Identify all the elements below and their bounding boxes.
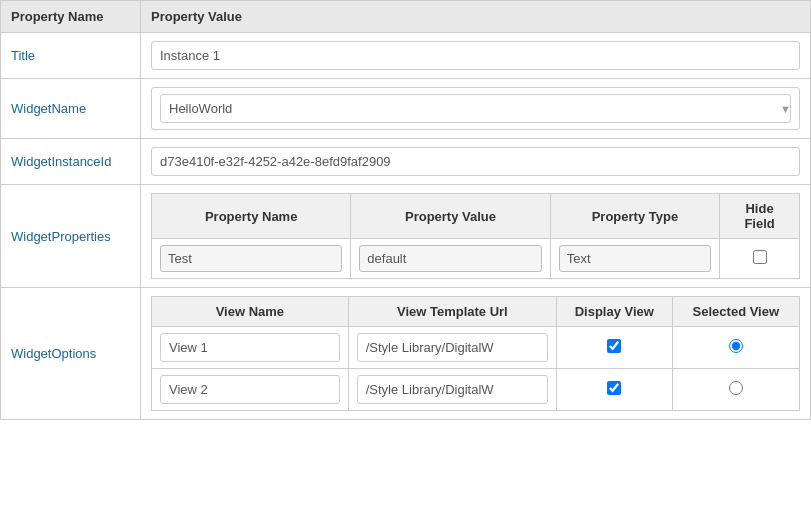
- prop-value-input-1[interactable]: [359, 245, 541, 272]
- view-url-input-2[interactable]: [357, 375, 548, 404]
- inner-header-prop-value: Property Value: [351, 194, 550, 239]
- view-name-input-1[interactable]: [160, 333, 340, 362]
- header-property-value: Property Value: [141, 1, 811, 33]
- title-label: Title: [1, 33, 141, 79]
- title-input[interactable]: [151, 41, 800, 70]
- view-url-input-1[interactable]: [357, 333, 548, 362]
- display-view-checkbox-2[interactable]: [607, 381, 621, 395]
- prop-name-cell-1: [152, 239, 351, 279]
- widget-properties-item-row: [152, 239, 800, 279]
- widget-name-label: WidgetName: [1, 79, 141, 139]
- options-header-selected-view: Selected View: [672, 297, 799, 327]
- display-view-cell-2: [556, 369, 672, 411]
- widget-options-label: WidgetOptions: [1, 288, 141, 420]
- widget-options-value-cell: View Name View Template Url Display View…: [141, 288, 811, 420]
- options-header-view-url: View Template Url: [348, 297, 556, 327]
- widget-instance-id-label: WidgetInstanceId: [1, 139, 141, 185]
- inner-header-prop-name: Property Name: [152, 194, 351, 239]
- hide-field-cell-1: [720, 239, 800, 279]
- widget-properties-row: WidgetProperties Property Name Property …: [1, 185, 811, 288]
- header-property-name: Property Name: [1, 1, 141, 33]
- options-header-display-view: Display View: [556, 297, 672, 327]
- view-url-cell-1: [348, 327, 556, 369]
- selected-view-radio-1[interactable]: [729, 339, 743, 353]
- widget-properties-table: Property Name Property Value Property Ty…: [151, 193, 800, 279]
- widget-name-row: WidgetName HelloWorld ▼: [1, 79, 811, 139]
- prop-type-input-1[interactable]: [559, 245, 711, 272]
- view-url-cell-2: [348, 369, 556, 411]
- options-item-row-2: [152, 369, 800, 411]
- widget-instance-id-value-cell: [141, 139, 811, 185]
- inner-header-prop-type: Property Type: [550, 194, 719, 239]
- widget-properties-value-cell: Property Name Property Value Property Ty…: [141, 185, 811, 288]
- prop-type-cell-1: [550, 239, 719, 279]
- view-name-input-2[interactable]: [160, 375, 340, 404]
- options-header-view-name: View Name: [152, 297, 349, 327]
- display-view-cell-1: [556, 327, 672, 369]
- widget-instance-id-input: [151, 147, 800, 176]
- options-item-row-1: [152, 327, 800, 369]
- display-view-checkbox-1[interactable]: [607, 339, 621, 353]
- widget-options-row: WidgetOptions View Name View Template Ur…: [1, 288, 811, 420]
- title-row: Title: [1, 33, 811, 79]
- selected-view-cell-1: [672, 327, 799, 369]
- widget-options-table: View Name View Template Url Display View…: [151, 296, 800, 411]
- selected-view-radio-2[interactable]: [729, 381, 743, 395]
- selected-view-cell-2: [672, 369, 799, 411]
- prop-value-cell-1: [351, 239, 550, 279]
- prop-name-input-1[interactable]: [160, 245, 342, 272]
- title-value-cell: [141, 33, 811, 79]
- widget-properties-label: WidgetProperties: [1, 185, 141, 288]
- hide-field-checkbox-1[interactable]: [753, 250, 767, 264]
- widget-name-select[interactable]: HelloWorld: [160, 94, 791, 123]
- main-property-table: Property Name Property Value Title Widge…: [0, 0, 811, 420]
- widget-instance-id-row: WidgetInstanceId: [1, 139, 811, 185]
- inner-header-hide-field: Hide Field: [720, 194, 800, 239]
- widget-name-select-wrapper: HelloWorld ▼: [151, 87, 800, 130]
- widget-name-value-cell: HelloWorld ▼: [141, 79, 811, 139]
- view-name-cell-2: [152, 369, 349, 411]
- view-name-cell-1: [152, 327, 349, 369]
